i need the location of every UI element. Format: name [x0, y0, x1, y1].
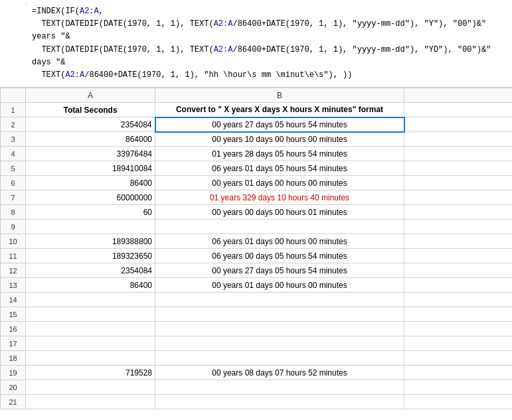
cell-a3[interactable]: 864000	[26, 132, 155, 147]
cell-a18[interactable]	[26, 351, 155, 366]
table-row: 43397648401 years 28 days 05 hours 54 mi…	[1, 147, 513, 161]
table-row: 518941008406 years 01 days 05 hours 54 m…	[1, 161, 513, 176]
cell-a13[interactable]: 86400	[26, 278, 155, 293]
row-number: 4	[1, 147, 26, 161]
cell-c19[interactable]	[404, 366, 513, 380]
formula-content[interactable]: =INDEX(IF(A2:A, TEXT(DATEDIF(DATE(1970, …	[27, 3, 512, 84]
cell-b4[interactable]: 01 years 28 days 05 hours 54 minutes	[155, 147, 404, 161]
cell-b10[interactable]: 06 years 01 days 00 hours 00 minutes	[155, 234, 404, 249]
cell-c16[interactable]	[404, 322, 513, 336]
table-row: 12235408400 years 27 days 05 hours 54 mi…	[1, 263, 513, 278]
cell-a7[interactable]: 60000000	[26, 190, 155, 205]
cell-a9[interactable]	[26, 220, 155, 234]
row-number: 5	[1, 161, 26, 176]
cell-b16[interactable]	[155, 322, 404, 336]
cell-b5[interactable]: 06 years 01 days 05 hours 54 minutes	[155, 161, 404, 176]
cell-a16[interactable]	[26, 322, 155, 336]
cell-b21[interactable]	[155, 395, 404, 409]
table-row: 2235408400 years 27 days 05 hours 54 min…	[1, 117, 513, 132]
table-row: 1971952800 years 08 days 07 hours 52 min…	[1, 366, 513, 380]
cell-c12[interactable]	[404, 263, 513, 278]
cell-c10[interactable]	[404, 234, 513, 249]
cell-a6[interactable]: 86400	[26, 176, 155, 190]
table-row: 138640000 years 01 days 00 hours 00 minu…	[1, 278, 513, 293]
corner-cell	[1, 88, 26, 103]
cell-a20[interactable]	[26, 380, 155, 395]
cell-b11[interactable]: 06 years 00 days 05 hours 54 minutes	[155, 249, 404, 263]
cell-c2[interactable]	[404, 117, 513, 132]
cell-c1[interactable]	[404, 103, 513, 117]
cell-b1[interactable]: Convert to " X years X days X hours X mi…	[155, 103, 404, 117]
cell-b14[interactable]	[155, 293, 404, 307]
row-number: 6	[1, 176, 26, 190]
cell-b7[interactable]: 01 years 329 days 10 hours 40 minutes	[155, 190, 404, 205]
cell-c3[interactable]	[404, 132, 513, 147]
row-number: 18	[1, 351, 26, 366]
cell-b19[interactable]: 00 years 08 days 07 hours 52 minutes	[155, 366, 404, 380]
table-row: 1Total SecondsConvert to " X years X day…	[1, 103, 513, 117]
cell-b9[interactable]	[155, 220, 404, 234]
col-a-header[interactable]: A	[26, 88, 155, 103]
row-number: 20	[1, 380, 26, 395]
cell-a11[interactable]: 189323650	[26, 249, 155, 263]
cell-b17[interactable]	[155, 336, 404, 351]
cell-a8[interactable]: 60	[26, 205, 155, 220]
cell-a1[interactable]: Total Seconds	[26, 103, 155, 117]
cell-b8[interactable]: 00 years 00 days 00 hours 01 minutes	[155, 205, 404, 220]
cell-c18[interactable]	[404, 351, 513, 366]
row-number: 8	[1, 205, 26, 220]
cell-c17[interactable]	[404, 336, 513, 351]
row-number: 9	[1, 220, 26, 234]
table-row: 68640000 years 01 days 00 hours 00 minut…	[1, 176, 513, 190]
col-b-header[interactable]: B	[155, 88, 404, 103]
row-number: 17	[1, 336, 26, 351]
table-row: 1118932365006 years 00 days 05 hours 54 …	[1, 249, 513, 263]
cell-c7[interactable]	[404, 190, 513, 205]
table-row: 9	[1, 220, 513, 234]
cell-c11[interactable]	[404, 249, 513, 263]
cell-c4[interactable]	[404, 147, 513, 161]
col-c-header[interactable]	[404, 88, 513, 103]
cell-a4[interactable]: 33976484	[26, 147, 155, 161]
cell-b6[interactable]: 00 years 01 days 00 hours 00 minutes	[155, 176, 404, 190]
table-row: 386400000 years 10 days 00 hours 00 minu…	[1, 132, 513, 147]
table-row: 15	[1, 307, 513, 322]
cell-a12[interactable]: 2354084	[26, 263, 155, 278]
cell-a14[interactable]	[26, 293, 155, 307]
cell-b2[interactable]: 00 years 27 days 05 hours 54 minutes	[155, 117, 404, 132]
cell-b18[interactable]	[155, 351, 404, 366]
cell-a2[interactable]: 2354084	[26, 117, 155, 132]
cell-c8[interactable]	[404, 205, 513, 220]
cell-c13[interactable]	[404, 278, 513, 293]
cell-c20[interactable]	[404, 380, 513, 395]
grid-wrapper: A B 1Total SecondsConvert to " X years X…	[0, 88, 512, 409]
cell-a10[interactable]: 189388800	[26, 234, 155, 249]
cell-c9[interactable]	[404, 220, 513, 234]
row-number: 12	[1, 263, 26, 278]
cell-a19[interactable]: 719528	[26, 366, 155, 380]
table-row: 76000000001 years 329 days 10 hours 40 m…	[1, 190, 513, 205]
cell-a15[interactable]	[26, 307, 155, 322]
cell-b13[interactable]: 00 years 01 days 00 hours 00 minutes	[155, 278, 404, 293]
row-number: 13	[1, 278, 26, 293]
cell-a5[interactable]: 189410084	[26, 161, 155, 176]
table-row: 17	[1, 336, 513, 351]
cell-b3[interactable]: 00 years 10 days 00 hours 00 minutes	[155, 132, 404, 147]
cell-a21[interactable]	[26, 395, 155, 409]
table-row: 20	[1, 380, 513, 395]
row-number: 16	[1, 322, 26, 336]
cell-c15[interactable]	[404, 307, 513, 322]
cell-c21[interactable]	[404, 395, 513, 409]
cell-c5[interactable]	[404, 161, 513, 176]
row-number: 21	[1, 395, 26, 409]
table-row: 16	[1, 322, 513, 336]
cell-b12[interactable]: 00 years 27 days 05 hours 54 minutes	[155, 263, 404, 278]
cell-c14[interactable]	[404, 293, 513, 307]
cell-b20[interactable]	[155, 380, 404, 395]
cell-b15[interactable]	[155, 307, 404, 322]
row-number: 11	[1, 249, 26, 263]
cell-a17[interactable]	[26, 336, 155, 351]
table-row: 86000 years 00 days 00 hours 01 minutes	[1, 205, 513, 220]
cell-c6[interactable]	[404, 176, 513, 190]
table-row: 14	[1, 293, 513, 307]
